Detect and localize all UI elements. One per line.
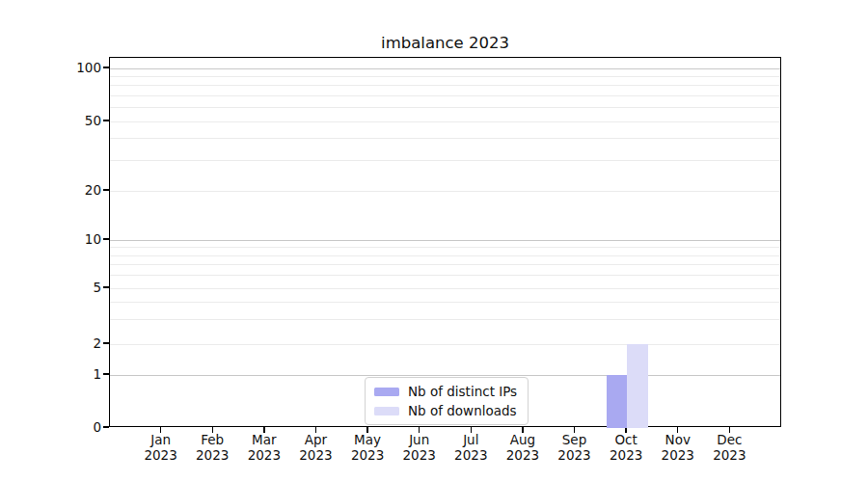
y-tick-mark [103, 189, 109, 190]
plot-area [109, 57, 781, 427]
gridline-minor [110, 95, 780, 96]
y-tick-label: 1 [0, 365, 101, 383]
y-tick-label: 10 [0, 230, 101, 248]
gridline-major [110, 68, 780, 69]
y-tick-mark [103, 426, 109, 427]
gridline-minor [110, 85, 780, 86]
y-tick-label: 5 [0, 279, 101, 296]
y-tick-label: 50 [0, 112, 101, 129]
y-tick-label: 2 [0, 335, 101, 352]
gridline-minor [110, 319, 780, 320]
chart-title: imbalance 2023 [109, 34, 781, 52]
gridline-minor [110, 121, 780, 122]
gridline-major [110, 240, 780, 241]
gridline-minor [110, 138, 780, 139]
y-tick-mark [103, 342, 109, 343]
gridline-minor [110, 107, 780, 108]
legend-swatch [374, 407, 399, 415]
y-tick-label: 20 [0, 181, 101, 199]
y-tick-mark [103, 373, 109, 374]
x-tick-label: Dec2023 [691, 432, 768, 463]
gridline-minor [110, 302, 780, 303]
y-tick-mark [103, 286, 109, 287]
gridline-minor [110, 264, 780, 265]
legend-item: Nb of downloads [374, 403, 517, 418]
gridline-minor [110, 160, 780, 161]
y-tick-label: 0 [0, 418, 101, 436]
legend: Nb of distinct IPsNb of downloads [365, 377, 529, 425]
y-tick-mark [103, 120, 109, 120]
gridline-minor [110, 191, 780, 192]
gridline-minor [110, 275, 780, 276]
gridline-minor [110, 344, 780, 345]
x-tick-year: 2023 [691, 447, 768, 463]
gridline-minor [110, 247, 780, 248]
gridline-minor [110, 288, 780, 289]
legend-label: Nb of distinct IPs [408, 384, 517, 399]
y-tick-label: 100 [0, 59, 101, 76]
legend-swatch [374, 388, 399, 396]
y-tick-mark [103, 238, 109, 239]
chart-figure: imbalance 2023 Nb of distinct IPsNb of d… [0, 0, 868, 482]
gridline-minor [110, 76, 780, 77]
gridline-minor [110, 255, 780, 256]
bar-oct-downloads [627, 344, 648, 428]
y-tick-mark [103, 67, 109, 67]
x-tick-month: Dec [691, 432, 768, 447]
gridline-major [110, 375, 780, 376]
bar-oct-distinct-ips [607, 375, 628, 428]
legend-item: Nb of distinct IPs [374, 384, 517, 399]
legend-label: Nb of downloads [408, 403, 517, 418]
